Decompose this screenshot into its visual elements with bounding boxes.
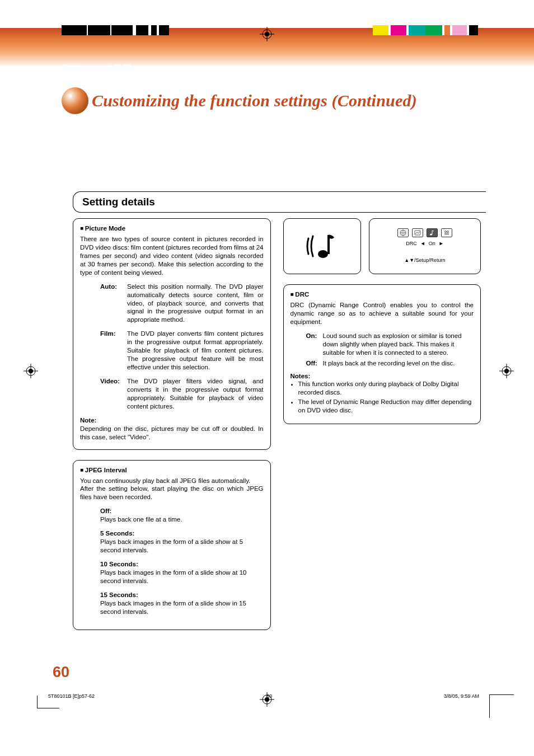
jpeg-option-5s: 5 Seconds: Plays back images in the form… [100, 529, 264, 555]
drc-option-on: On: Loud sound such as explosion or simi… [306, 332, 474, 357]
jpeg-option-10s: 10 Seconds: Plays back images in the for… [100, 560, 264, 585]
note-item: This function works only during playback… [298, 380, 474, 397]
globe-icon [397, 228, 409, 237]
jpeg-interval-panel: JPEG Interval You can continuously play … [73, 460, 271, 630]
picture-mode-panel: Picture Mode There are two types of sour… [73, 218, 271, 450]
notes-heading: Notes: [291, 372, 474, 381]
drc-option-off: Off: It plays back at the recording leve… [306, 359, 474, 368]
picture-mode-heading: Picture Mode [80, 224, 264, 233]
content-area: Picture Mode There are two types of sour… [73, 218, 481, 640]
drc-notes-list: This function works only during playback… [291, 380, 474, 415]
disc-note-icon [305, 231, 339, 262]
registration-mark-top [260, 27, 274, 41]
picture-icon [412, 228, 423, 237]
note-body: Depending on the disc, pictures may be c… [80, 425, 264, 442]
footer-page: 60 [266, 693, 272, 699]
decorative-sphere-icon [62, 87, 88, 114]
option-body: Plays back images in the form of a slide… [100, 599, 264, 616]
osd-screenshot-row: DRC ◄ On ► ▲▼/Setup/Return [283, 218, 481, 274]
right-column: DRC ◄ On ► ▲▼/Setup/Return DRC DRC (Dyna… [283, 218, 481, 640]
parental-icon [441, 228, 452, 237]
drc-panel: DRC DRC (Dynamic Range Control) enables … [283, 284, 481, 424]
option-label: Film: [100, 330, 127, 372]
osd-menu-box: DRC ◄ On ► ▲▼/Setup/Return [369, 218, 481, 274]
option-film: Film: The DVD player converts film conte… [100, 330, 264, 372]
option-label: Video: [100, 377, 127, 411]
footer-file: 5T80101B [E]p57-62 [48, 693, 95, 699]
option-label: Off: [100, 507, 264, 515]
option-video: Video: The DVD player filters video sign… [100, 377, 264, 411]
registration-mark-right [499, 364, 514, 378]
drc-intro: DRC (Dynamic Range Control) enables you … [291, 301, 474, 326]
osd-setting-value: On [429, 241, 435, 247]
disc-icon-box [283, 218, 361, 274]
jpeg-options: Off: Plays back one file at a time. 5 Se… [100, 507, 264, 616]
jpeg-intro-2: After the setting below, start playing t… [80, 485, 264, 501]
option-label: 15 Seconds: [100, 591, 264, 599]
left-arrow-icon: ◄ [420, 241, 425, 247]
page-title: Customizing the function settings (Conti… [92, 91, 417, 110]
option-body: Loud sound such as explosion or similar … [323, 332, 474, 357]
osd-return-hint: ▲▼/Setup/Return [374, 257, 476, 264]
option-body: Plays back images in the form of a slide… [100, 569, 264, 585]
crop-mark-bottom-right [489, 694, 514, 718]
osd-tab-icons [374, 228, 476, 237]
drc-heading: DRC [291, 290, 474, 299]
note-heading: Note: [80, 416, 264, 425]
audio-icon [427, 228, 438, 237]
drc-options: On: Loud sound such as explosion or simi… [306, 332, 474, 368]
option-body: The DVD player converts film content pic… [127, 330, 264, 372]
option-label: On: [306, 332, 323, 357]
svg-point-16 [318, 250, 328, 258]
option-body: Plays back one file at a time. [100, 515, 264, 524]
print-color-bar-left [62, 25, 169, 35]
svg-point-23 [447, 231, 448, 233]
option-label: 5 Seconds: [100, 529, 264, 538]
breadcrumb: Function setup (DVD) [63, 63, 132, 71]
osd-setting-label: DRC [406, 241, 417, 247]
footer: 5T80101B [E]p57-62 60 3/8/05, 9:59 AM [48, 693, 479, 699]
left-column: Picture Mode There are two types of sour… [73, 218, 271, 640]
registration-mark-left [24, 364, 38, 378]
picture-mode-intro: There are two types of source content in… [80, 235, 264, 277]
option-auto: Auto: Select this position normally. The… [100, 283, 264, 325]
note-item: The level of Dynamic Range Reduction may… [298, 398, 474, 415]
jpeg-option-15s: 15 Seconds: Plays back images in the for… [100, 591, 264, 616]
svg-point-21 [430, 234, 432, 236]
jpeg-option-off: Off: Plays back one file at a time. [100, 507, 264, 524]
option-label: Auto: [100, 283, 127, 325]
option-body: Select this position normally. The DVD p… [127, 283, 264, 325]
footer-timestamp: 3/8/05, 9:59 AM [444, 693, 479, 699]
print-color-bar-right [373, 25, 478, 35]
option-body: The DVD player filters video signal, and… [127, 377, 264, 411]
option-body: Plays back images in the form of a slide… [100, 538, 264, 555]
section-heading: Setting details [73, 191, 486, 213]
jpeg-intro-1: You can continuously play back all JPEG … [80, 477, 264, 485]
right-arrow-icon: ► [439, 241, 444, 247]
page-number: 60 [53, 664, 69, 681]
option-label: 10 Seconds: [100, 560, 264, 569]
option-body: It plays back at the recording level on … [323, 359, 474, 368]
crop-mark-bottom-left [25, 696, 47, 718]
jpeg-heading: JPEG Interval [80, 466, 264, 475]
svg-point-22 [444, 231, 446, 233]
option-label: Off: [306, 359, 323, 368]
picture-mode-options: Auto: Select this position normally. The… [100, 283, 264, 411]
